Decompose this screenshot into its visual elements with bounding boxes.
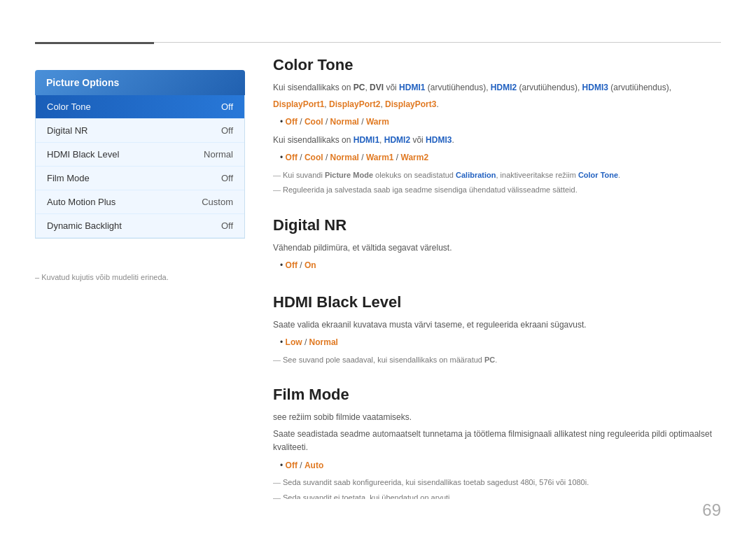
digital-nr-title: Digital NR: [273, 216, 721, 234]
hdmi-black-level-bullet: Low / Normal: [280, 335, 721, 351]
sidebar-item-film-mode[interactable]: Film Mode Off: [36, 167, 244, 190]
hdmi-black-level-desc: Saate valida ekraanil kuvatava musta vär…: [273, 318, 721, 332]
film-mode-bullets: Off / Auto: [273, 458, 721, 474]
sidebar-title: Picture Options: [35, 70, 245, 95]
hdmi-black-level-bullets: Low / Normal: [273, 335, 721, 351]
hdmi-black-level-title: HDMI Black Level: [273, 293, 721, 311]
sidebar-item-label: Digital NR: [47, 125, 88, 136]
main-content: Color Tone Kui sisendallikaks on PC, DVI…: [273, 56, 721, 499]
hdmi-black-level-note: See suvand pole saadaval, kui sisendalli…: [273, 354, 721, 367]
color-tone-note1: Kui suvandi Picture Mode olekuks on sead…: [273, 169, 721, 182]
film-mode-title: Film Mode: [273, 386, 721, 404]
color-tone-note2: Reguleerida ja salvestada saab iga seadm…: [273, 184, 721, 197]
sidebar-item-digital-nr[interactable]: Digital NR Off: [36, 119, 244, 143]
color-tone-bullet1: Off / Cool / Normal / Warm: [280, 115, 721, 130]
sidebar-item-value: Off: [221, 125, 233, 136]
film-mode-desc2: Saate seadistada seadme automaatselt tun…: [273, 428, 721, 454]
sidebar-item-label: HDMI Black Level: [47, 149, 119, 160]
sidebar-item-value: Normal: [204, 149, 233, 160]
sidebar-item-dynamic-backlight[interactable]: Dynamic Backlight Off: [36, 214, 244, 238]
film-mode-bullet: Off / Auto: [280, 458, 721, 474]
digital-nr-bullets: Off / On: [273, 258, 721, 274]
color-tone-desc2: Kui sisendallikaks on HDMI1, HDMI2 või H…: [273, 134, 721, 147]
sidebar-footnote: – Kuvatud kujutis võib mudeliti erineda.: [35, 273, 169, 281]
sidebar-item-value: Off: [221, 220, 233, 231]
sidebar-item-hdmi-black-level[interactable]: HDMI Black Level Normal: [36, 143, 244, 167]
color-tone-desc1b: DisplayPort1, DisplayPort2, DisplayPort3…: [273, 98, 721, 111]
film-mode-body: see režiim sobib filmide vaatamiseks. Sa…: [273, 411, 721, 499]
color-tone-bullet2: Off / Cool / Normal / Warm1 / Warm2: [280, 150, 721, 166]
sidebar-item-label: Color Tone: [47, 101, 91, 112]
section-hdmi-black-level: HDMI Black Level Saate valida ekraanil k…: [273, 293, 721, 366]
digital-nr-bullet: Off / On: [280, 258, 721, 274]
sidebar-item-label: Film Mode: [47, 173, 90, 183]
color-tone-desc1: Kui sisendallikaks on PC, DVI või HDMI1 …: [273, 81, 721, 94]
sidebar-item-value: Custom: [202, 197, 233, 207]
sidebar-item-auto-motion-plus[interactable]: Auto Motion Plus Custom: [36, 190, 244, 214]
sidebar-item-label: Auto Motion Plus: [47, 197, 115, 207]
color-tone-bullets-1: Off / Cool / Normal / Warm: [273, 115, 721, 130]
hdmi-black-level-body: Saate valida ekraanil kuvatava musta vär…: [273, 318, 721, 366]
color-tone-body: Kui sisendallikaks on PC, DVI või HDMI1 …: [273, 81, 721, 197]
sidebar-panel: Picture Options Color Tone Off Digital N…: [35, 70, 245, 239]
digital-nr-desc: Vähendab pildimüra, et vältida segavat v…: [273, 241, 721, 255]
section-film-mode: Film Mode see režiim sobib filmide vaata…: [273, 386, 721, 499]
section-color-tone: Color Tone Kui sisendallikaks on PC, DVI…: [273, 56, 721, 197]
top-accent-line: [35, 42, 154, 44]
sidebar-menu: Color Tone Off Digital NR Off HDMI Black…: [35, 95, 245, 239]
color-tone-bullets-2: Off / Cool / Normal / Warm1 / Warm2: [273, 150, 721, 166]
color-tone-title: Color Tone: [273, 56, 721, 74]
section-digital-nr: Digital NR Vähendab pildimüra, et vältid…: [273, 216, 721, 274]
digital-nr-body: Vähendab pildimüra, et vältida segavat v…: [273, 241, 721, 274]
page-number: 69: [702, 500, 721, 520]
sidebar-item-value: Off: [221, 173, 233, 183]
sidebar-item-color-tone[interactable]: Color Tone Off: [36, 95, 244, 119]
film-mode-note1: Seda suvandit saab konfigureerida, kui s…: [273, 477, 721, 489]
film-mode-note2: Seda suvandit ei toetata, kui ühendatud …: [273, 492, 721, 499]
film-mode-desc1: see režiim sobib filmide vaatamiseks.: [273, 411, 721, 424]
sidebar-item-value: Off: [221, 101, 233, 112]
sidebar-item-label: Dynamic Backlight: [47, 220, 122, 231]
